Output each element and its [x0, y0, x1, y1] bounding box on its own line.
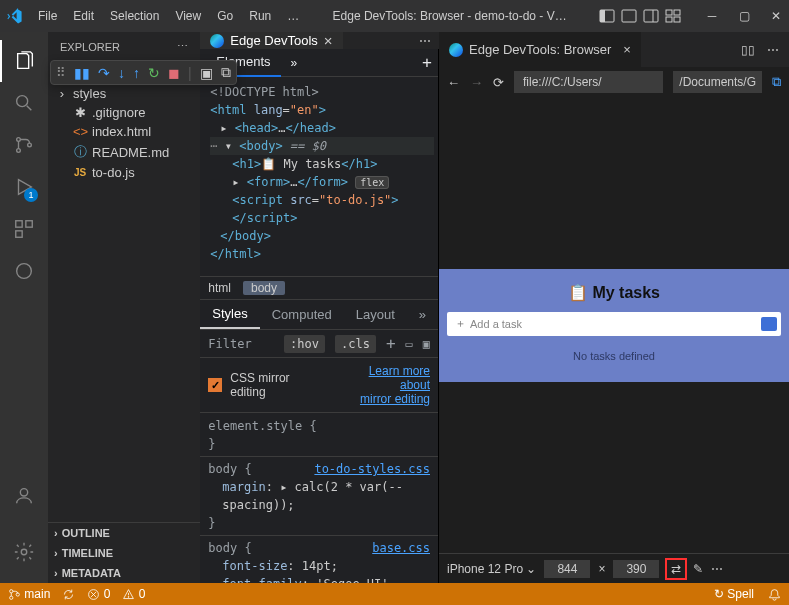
more-styles-tabs-icon[interactable]: » — [407, 301, 438, 328]
filter-input[interactable]: Filter — [208, 337, 251, 351]
rotate-button[interactable]: ⇄ — [667, 560, 685, 578]
height-input[interactable]: 390 — [613, 560, 659, 578]
more-filter-icon[interactable]: ▣ — [423, 337, 430, 351]
tree-file-index[interactable]: <>index.html — [48, 122, 200, 141]
more-device-icon[interactable]: ⋯ — [711, 562, 723, 576]
warnings-indicator[interactable]: 0 — [122, 587, 145, 601]
panel-bottom-icon[interactable] — [621, 8, 637, 24]
breadcrumb-body[interactable]: body — [243, 281, 285, 295]
stylesheet-link-1[interactable]: to-do-styles.css — [314, 460, 430, 478]
close-browser-tab-icon[interactable]: × — [623, 42, 631, 57]
sync-indicator[interactable] — [62, 587, 75, 601]
styles-tab[interactable]: Styles — [200, 300, 259, 329]
svg-rect-15 — [26, 221, 32, 227]
menu-more[interactable]: … — [280, 5, 306, 27]
menu-run[interactable]: Run — [242, 5, 278, 27]
device-selector[interactable]: iPhone 12 Pro ⌄ — [447, 562, 536, 576]
menu-edit[interactable]: Edit — [66, 5, 101, 27]
tree-file-gitignore[interactable]: ✱.gitignore — [48, 103, 200, 122]
activity-run-debug[interactable]: 1 — [0, 166, 48, 208]
branch-indicator[interactable]: main — [8, 587, 50, 601]
activity-edge[interactable] — [0, 250, 48, 292]
split-editor-icon[interactable]: ▯▯ — [741, 43, 755, 57]
tree-file-readme[interactable]: ⓘREADME.md — [48, 141, 200, 163]
open-external-icon[interactable]: ⧉ — [772, 74, 781, 90]
menu-selection[interactable]: Selection — [103, 5, 166, 27]
section-outline[interactable]: ›OUTLINE — [48, 523, 200, 543]
tool2-icon[interactable]: ⧉ — [221, 64, 231, 81]
more-tabs-icon[interactable]: » — [291, 56, 298, 70]
breadcrumbs[interactable]: html body — [200, 276, 438, 299]
step-out-icon[interactable]: ↑ — [133, 65, 140, 81]
maximize-icon[interactable]: ▢ — [737, 9, 751, 23]
width-input[interactable]: 844 — [544, 560, 590, 578]
step-over-icon[interactable]: ↷ — [98, 65, 110, 81]
restart-icon[interactable]: ↻ — [148, 65, 160, 81]
panel-left-icon[interactable] — [599, 8, 615, 24]
submit-button[interactable] — [761, 317, 777, 331]
computed-tab[interactable]: Computed — [260, 301, 344, 328]
activity-search[interactable] — [0, 82, 48, 124]
activity-source-control[interactable] — [0, 124, 48, 166]
new-rule-icon[interactable]: + — [386, 334, 396, 353]
close-tab-icon[interactable]: × — [324, 32, 333, 49]
url-input[interactable]: file:///C:/Users/ — [514, 71, 663, 93]
nav-forward-icon[interactable]: → — [470, 75, 483, 90]
tab-more-icon[interactable]: ⋯ — [419, 34, 431, 48]
breadcrumb-html[interactable]: html — [208, 281, 231, 295]
nav-reload-icon[interactable]: ⟳ — [493, 75, 504, 90]
more-browser-icon[interactable]: ⋯ — [767, 43, 779, 57]
vscode-icon — [6, 8, 23, 25]
svg-point-27 — [128, 597, 129, 598]
debug-toolbar[interactable]: ⠿ ▮▮ ↷ ↓ ↑ ↻ ◼ | ▣ ⧉ — [50, 60, 237, 85]
dom-tree[interactable]: <!DOCTYPE html> <html lang="en"> ▸ <head… — [200, 77, 438, 276]
mirror-checkbox[interactable]: ✓ — [208, 378, 222, 392]
menu-go[interactable]: Go — [210, 5, 240, 27]
learn-more-link[interactable]: Learn more aboutmirror editing — [360, 364, 430, 406]
explorer-panel: EXPLORER ⋯ ›.vscode ›styles ✱.gitignore … — [48, 32, 200, 583]
activity-account[interactable] — [0, 475, 48, 517]
add-tab-icon[interactable]: + — [422, 53, 432, 73]
explorer-more-icon[interactable]: ⋯ — [177, 40, 188, 53]
step-into-icon[interactable]: ↓ — [118, 65, 125, 81]
activity-extensions[interactable] — [0, 208, 48, 250]
cls-button[interactable]: .cls — [335, 335, 376, 353]
wand-icon[interactable]: ✎ — [693, 562, 703, 576]
browser-preview[interactable]: 📋 My tasks ＋ Add a task No tasks defined — [439, 97, 789, 553]
svg-point-13 — [28, 143, 32, 147]
bell-icon[interactable] — [768, 587, 781, 601]
spell-indicator[interactable]: ↻ Spell — [714, 587, 754, 601]
tree-file-todo[interactable]: JSto-do.js — [48, 163, 200, 182]
task-input[interactable]: ＋ Add a task — [447, 312, 781, 336]
section-timeline[interactable]: ›TIMELINE — [48, 543, 200, 563]
svg-point-17 — [17, 264, 32, 279]
hov-button[interactable]: :hov — [284, 335, 325, 353]
layout-grid-icon[interactable] — [665, 8, 681, 24]
grip-icon[interactable]: ⠿ — [56, 65, 66, 80]
layout-icons — [599, 8, 681, 24]
menu-file[interactable]: File — [31, 5, 64, 27]
layout-tab[interactable]: Layout — [344, 301, 407, 328]
activity-settings[interactable] — [0, 531, 48, 573]
device-icon[interactable]: ▭ — [406, 337, 413, 351]
tab-devtools[interactable]: Edge DevTools× — [200, 32, 343, 49]
minimize-icon[interactable]: ─ — [705, 9, 719, 23]
tree-folder-styles[interactable]: ›styles — [48, 84, 200, 103]
stylesheet-link-2[interactable]: base.css — [372, 539, 430, 557]
url-suffix: /Documents/G — [673, 71, 762, 93]
errors-indicator[interactable]: 0 — [87, 587, 110, 601]
menu-view[interactable]: View — [168, 5, 208, 27]
activity-explorer[interactable] — [0, 40, 48, 82]
svg-rect-2 — [622, 10, 636, 22]
styles-tabs: Styles Computed Layout » — [200, 299, 438, 329]
tool1-icon[interactable]: ▣ — [200, 65, 213, 81]
styles-pane[interactable]: element.style { } body {to-do-styles.css… — [200, 412, 438, 583]
nav-back-icon[interactable]: ← — [447, 75, 460, 90]
section-metadata[interactable]: ›METADATA — [48, 563, 200, 583]
stop-icon[interactable]: ◼ — [168, 65, 180, 81]
tab-browser[interactable]: Edge DevTools: Browser× — [439, 32, 641, 67]
panel-right-icon[interactable] — [643, 8, 659, 24]
app-title: 📋 My tasks — [447, 283, 781, 302]
pause-icon[interactable]: ▮▮ — [74, 65, 90, 81]
close-icon[interactable]: ✕ — [769, 9, 783, 23]
